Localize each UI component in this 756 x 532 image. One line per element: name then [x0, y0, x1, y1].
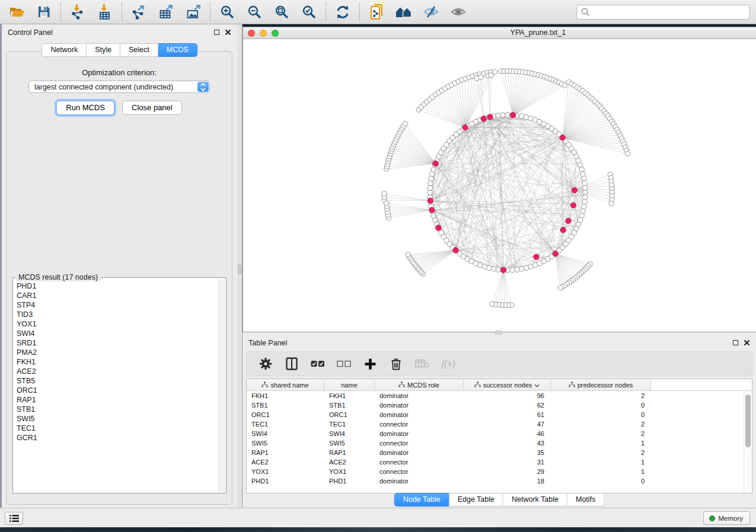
- tab-mcds[interactable]: MCDS: [158, 43, 197, 57]
- mcds-result-title: MCDS result (17 nodes): [16, 273, 100, 281]
- table-row[interactable]: ORC1ORC1dominator610: [247, 410, 752, 419]
- table-scrollbar-thumb[interactable]: [745, 395, 751, 447]
- table-settings-gear-icon[interactable]: [259, 356, 273, 371]
- zoom-selected-icon[interactable]: [300, 3, 318, 21]
- mcds-result-item[interactable]: TID3: [17, 310, 216, 319]
- column-header-successor-nodes[interactable]: successor nodes: [464, 379, 551, 390]
- zoom-in-icon[interactable]: [218, 3, 236, 21]
- zoom-fit-icon[interactable]: [273, 3, 291, 21]
- minimize-window-icon[interactable]: [260, 30, 267, 37]
- table-cell: 47: [464, 421, 551, 428]
- close-panel-icon[interactable]: [744, 339, 750, 346]
- run-mcds-button[interactable]: Run MCDS: [56, 101, 114, 115]
- close-window-icon[interactable]: [248, 30, 255, 37]
- network-window-titlebar[interactable]: YPA_prune.txt_1: [243, 27, 756, 39]
- apply-layout-icon[interactable]: [334, 3, 352, 21]
- delete-table-icon-disabled: [415, 356, 429, 371]
- network-canvas[interactable]: [243, 39, 756, 332]
- splitter-handle[interactable]: [238, 265, 241, 274]
- tab-motifs[interactable]: Motifs: [567, 493, 604, 507]
- mcds-result-item[interactable]: YOX1: [17, 319, 216, 329]
- table-scrollbar[interactable]: [744, 392, 751, 492]
- mcds-result-item[interactable]: SRD1: [17, 338, 216, 348]
- table-row[interactable]: SWI4SWI4dominator462: [247, 429, 752, 438]
- table-row[interactable]: RAP1RAP1dominator352: [247, 448, 752, 457]
- table-cell: 1: [551, 440, 651, 447]
- mcds-result-item[interactable]: ORC1: [17, 386, 216, 395]
- tab-network[interactable]: Network: [42, 43, 87, 57]
- network-doc-icon[interactable]: [368, 3, 385, 21]
- column-header-predecessor-nodes[interactable]: predecessor nodes: [551, 379, 651, 390]
- float-panel-icon[interactable]: [733, 340, 738, 345]
- table-cell: connector: [375, 440, 464, 447]
- tab-select[interactable]: Select: [120, 43, 158, 57]
- home-icon[interactable]: [395, 3, 413, 21]
- tab-edge-table[interactable]: Edge Table: [449, 493, 503, 507]
- function-builder-icon-disabled: f(x): [441, 356, 455, 371]
- search-input[interactable]: [593, 8, 749, 17]
- memory-button[interactable]: Memory: [703, 511, 750, 525]
- mcds-result-item[interactable]: FKH1: [17, 357, 216, 367]
- column-label: successor nodes: [483, 382, 532, 389]
- status-bar: Memory: [0, 508, 756, 527]
- deselect-all-icon[interactable]: [337, 356, 351, 371]
- vertical-splitter[interactable]: [237, 24, 243, 508]
- table-row[interactable]: ACE2ACE2connector311: [247, 457, 752, 467]
- column-header-name[interactable]: name: [324, 379, 375, 390]
- export-network-icon[interactable]: [130, 3, 148, 21]
- mcds-result-item[interactable]: PHD1: [17, 281, 216, 291]
- delete-column-icon[interactable]: [389, 356, 403, 371]
- mcds-result-item[interactable]: TEC1: [17, 424, 216, 433]
- select-all-icon[interactable]: [311, 356, 325, 371]
- mcds-result-item[interactable]: GCR1: [17, 433, 216, 443]
- table-panel-title: Table Panel: [248, 339, 287, 347]
- column-header-shared-name[interactable]: shared name: [247, 379, 324, 390]
- mcds-result-item[interactable]: CAR1: [17, 291, 216, 300]
- open-session-icon[interactable]: [8, 3, 25, 21]
- mcds-result-item[interactable]: ACE2: [17, 367, 216, 376]
- search-box[interactable]: [576, 5, 750, 20]
- tab-style[interactable]: Style: [87, 43, 120, 57]
- hide-details-icon[interactable]: [422, 3, 440, 21]
- mcds-result-item[interactable]: SWI4: [17, 329, 216, 338]
- table-cell: 43: [464, 440, 551, 447]
- table-row[interactable]: YOX1YOX1connector291: [247, 467, 752, 476]
- optimization-criterion-value: largest connected component (undirected): [34, 83, 173, 91]
- column-label: shared name: [270, 382, 308, 389]
- tab-network-table[interactable]: Network Table: [503, 493, 567, 507]
- maximize-window-icon[interactable]: [272, 30, 279, 37]
- task-history-button[interactable]: [5, 512, 23, 525]
- save-session-icon[interactable]: [35, 3, 53, 21]
- table-row[interactable]: TEC1TEC1connector472: [247, 419, 752, 429]
- close-panel-icon[interactable]: [225, 29, 231, 36]
- table-row[interactable]: STB1STB1dominator620: [247, 400, 752, 410]
- mcds-result-scrollbar[interactable]: [218, 278, 225, 492]
- node-table[interactable]: shared namenameMCDS rolesuccessor nodesp…: [246, 379, 752, 493]
- float-panel-icon[interactable]: [214, 30, 219, 35]
- import-network-icon[interactable]: [69, 3, 87, 21]
- export-image-icon[interactable]: [184, 3, 202, 21]
- add-column-icon[interactable]: [363, 356, 377, 371]
- show-columns-icon[interactable]: [285, 356, 299, 371]
- optimization-criterion-select[interactable]: largest connected component (undirected): [28, 81, 210, 93]
- table-row[interactable]: PHD1PHD1dominator180: [247, 476, 752, 486]
- mcds-result-item[interactable]: STB1: [17, 405, 216, 414]
- export-table-icon[interactable]: [157, 3, 175, 21]
- mcds-result-item[interactable]: STB5: [17, 376, 216, 386]
- zoom-out-icon[interactable]: [245, 3, 263, 21]
- column-header-MCDS-role[interactable]: MCDS role: [375, 379, 464, 390]
- close-panel-button[interactable]: Close panel: [122, 101, 182, 115]
- mcds-result-item[interactable]: STP4: [17, 300, 216, 310]
- table-cell: 0: [551, 477, 651, 485]
- mcds-result-item[interactable]: PMA2: [17, 348, 216, 357]
- network-graph[interactable]: [243, 39, 756, 332]
- shared-column-icon: [569, 382, 575, 389]
- table-row[interactable]: SWI5SWI5connector431: [247, 438, 752, 448]
- import-table-icon[interactable]: [96, 3, 114, 21]
- show-details-icon[interactable]: [449, 3, 467, 21]
- mcds-result-item[interactable]: RAP1: [17, 395, 216, 405]
- mcds-result-list[interactable]: PHD1CAR1STP4TID3YOX1SWI4SRD1PMA2FKH1ACE2…: [17, 281, 216, 492]
- mcds-result-item[interactable]: SWI5: [17, 414, 216, 424]
- table-row[interactable]: FKH1FKH1dominator962: [247, 391, 752, 400]
- tab-node-table[interactable]: Node Table: [394, 493, 449, 507]
